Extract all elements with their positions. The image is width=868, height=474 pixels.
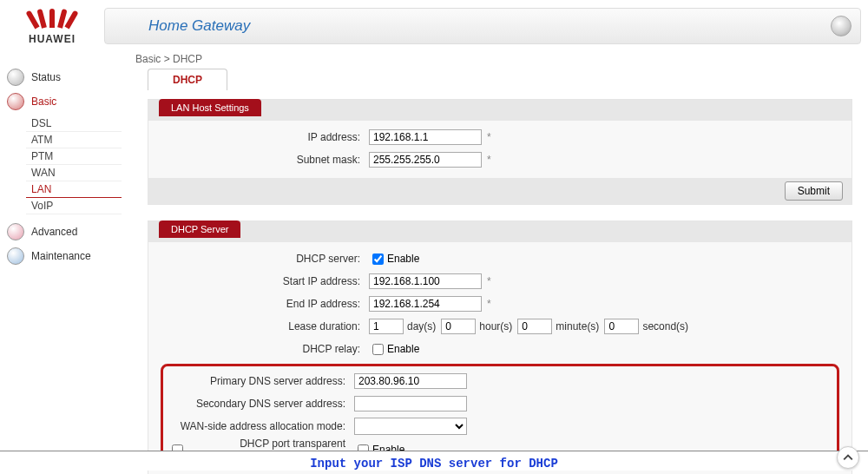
submit-button-lan[interactable]: Submit: [785, 181, 843, 201]
sidebar-item-advanced[interactable]: Advanced: [0, 220, 122, 244]
label-end-ip: End IP address:: [161, 298, 369, 310]
brand-logo: HUAWEI: [0, 3, 104, 45]
label-lease-duration: Lease duration:: [161, 320, 369, 332]
gear-icon: [7, 93, 24, 110]
primary-dns-input[interactable]: [354, 373, 467, 389]
page-title: Home Gateway: [148, 17, 250, 35]
sidebar-item-label: Maintenance: [31, 250, 91, 262]
submenu-item-atm[interactable]: ATM: [26, 132, 122, 148]
sidebar-item-label: Basic: [31, 95, 56, 108]
lease-hours-input[interactable]: [441, 319, 476, 334]
lease-seconds-input[interactable]: [604, 319, 639, 334]
label-wan-mode: WAN-side address allocation mode:: [168, 420, 354, 432]
sidebar-item-maintenance[interactable]: Maintenance: [0, 244, 122, 268]
required-mark: *: [487, 275, 491, 287]
enable-text: Enable: [387, 343, 419, 355]
sidebar-item-basic[interactable]: Basic: [0, 89, 122, 114]
panel-dhcp-server: DHCP Server DHCP server: Enable Start IP…: [148, 221, 852, 474]
unit-minutes: minute(s): [556, 320, 599, 332]
start-ip-input[interactable]: [369, 273, 482, 289]
ip-address-input[interactable]: [369, 129, 482, 145]
sidebar-item-label: Status: [31, 71, 61, 83]
label-dhcp-relay: DHCP relay:: [161, 343, 369, 355]
scroll-up-icon[interactable]: [837, 446, 859, 469]
panel-title-lan: LAN Host Settings: [159, 99, 261, 116]
title-bar: Home Gateway: [104, 8, 861, 44]
required-mark: *: [487, 298, 491, 310]
brand-name: HUAWEI: [0, 33, 104, 45]
end-ip-input[interactable]: [369, 296, 482, 312]
submenu-item-lan[interactable]: LAN: [26, 181, 122, 198]
label-secondary-dns: Secondary DNS server address:: [168, 398, 354, 410]
required-mark: *: [487, 131, 491, 143]
wan-mode-select[interactable]: [354, 418, 467, 435]
submenu-item-ptm[interactable]: PTM: [26, 148, 122, 165]
enable-text: Enable: [387, 253, 419, 265]
submenu-item-dsl[interactable]: DSL: [26, 115, 122, 132]
panel-title-dhcp: DHCP Server: [159, 221, 240, 238]
panel-lan-host: LAN Host Settings IP address: * Subnet m…: [148, 99, 852, 205]
label-dhcp-server: DHCP server:: [161, 253, 369, 265]
dhcp-server-enable-checkbox[interactable]: [372, 253, 384, 265]
maintenance-icon: [7, 247, 24, 265]
huawei-logo-icon: [35, 9, 69, 33]
instruction-caption: Input your ISP DNS server for DHCP: [0, 451, 868, 471]
advanced-icon: [7, 223, 24, 240]
breadcrumb: Basic > DHCP: [135, 53, 859, 65]
basic-submenu: DSL ATM PTM WAN LAN VoIP: [26, 115, 122, 214]
label-start-ip: Start IP address:: [161, 275, 369, 287]
title-orb-icon: [831, 16, 852, 36]
submenu-item-wan[interactable]: WAN: [26, 165, 122, 181]
submenu-item-voip[interactable]: VoIP: [26, 198, 122, 214]
unit-seconds: second(s): [642, 320, 688, 332]
tab-dhcp[interactable]: DHCP: [148, 69, 227, 90]
label-subnet-mask: Subnet mask:: [161, 154, 369, 166]
label-ip-address: IP address:: [161, 131, 369, 143]
lease-days-input[interactable]: [369, 319, 404, 334]
label-primary-dns: Primary DNS server address:: [168, 375, 354, 387]
secondary-dns-input[interactable]: [354, 396, 467, 411]
sidebar-item-status[interactable]: Status: [0, 65, 122, 89]
status-icon: [7, 69, 24, 86]
unit-days: day(s): [407, 320, 436, 332]
dhcp-relay-enable-checkbox[interactable]: [372, 344, 384, 355]
unit-hours: hour(s): [479, 320, 512, 332]
subnet-mask-input[interactable]: [369, 152, 482, 168]
required-mark: *: [487, 154, 491, 166]
lease-minutes-input[interactable]: [517, 319, 552, 334]
sidebar-item-label: Advanced: [31, 226, 77, 238]
sidebar: Status Basic DSL ATM PTM WAN LAN VoIP Ad…: [0, 48, 122, 474]
